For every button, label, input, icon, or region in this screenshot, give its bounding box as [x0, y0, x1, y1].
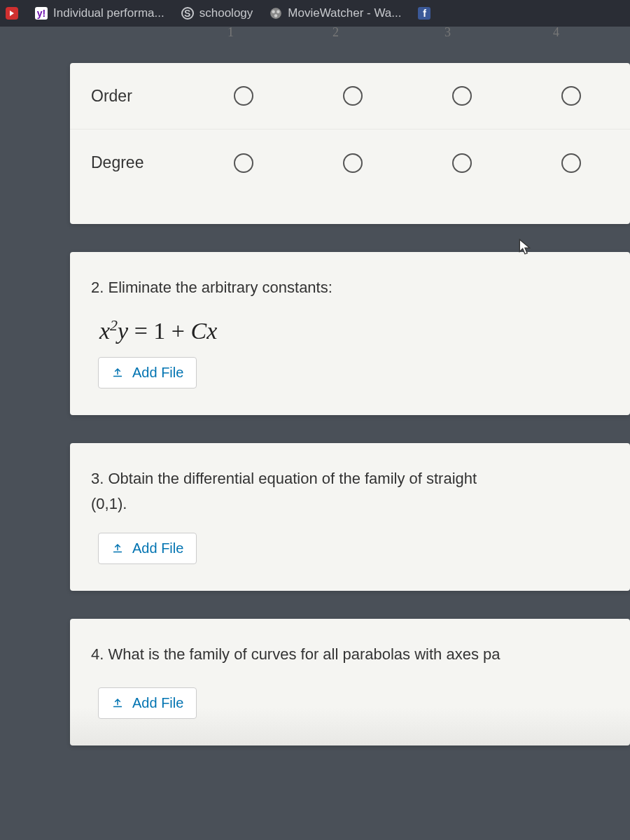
add-file-label: Add File: [132, 365, 183, 381]
tab-label: MovieWatcher - Wa...: [288, 6, 401, 20]
radio-order-3[interactable]: [452, 86, 472, 106]
radio-order-4[interactable]: [561, 86, 581, 106]
add-file-label: Add File: [132, 695, 183, 711]
upload-icon: [111, 697, 124, 710]
add-file-label: Add File: [132, 540, 183, 556]
svg-point-2: [276, 10, 280, 14]
question-2-panel: 2. Eliminate the arbitrary constants: x2…: [70, 252, 630, 415]
row-label-order: Order: [91, 87, 193, 106]
page-content: 1 2 3 4 Order Degree 2. Eliminate the ar…: [0, 27, 630, 840]
upload-icon: [111, 367, 124, 379]
question-2-title: 2. Eliminate the arbitrary constants:: [91, 279, 609, 297]
question-3-title: 3. Obtain the differential equation of t…: [91, 470, 609, 488]
question-4-panel: 4. What is the family of curves for all …: [70, 619, 630, 746]
radio-grid-panel: Order Degree: [70, 63, 630, 224]
add-file-button-q3[interactable]: Add File: [98, 533, 197, 564]
add-file-button-q2[interactable]: Add File: [98, 357, 197, 388]
tab-yahoo[interactable]: y! Individual performa...: [28, 4, 172, 23]
radio-degree-3[interactable]: [452, 153, 472, 173]
movie-icon: [270, 7, 282, 20]
grid-row-order: Order: [70, 63, 630, 130]
col-header-4: 4: [553, 25, 559, 40]
radio-degree-2[interactable]: [343, 153, 363, 173]
tab-moviewatcher[interactable]: MovieWatcher - Wa...: [262, 4, 408, 23]
col-header-1: 1: [227, 25, 234, 40]
radio-degree-4[interactable]: [561, 153, 581, 173]
grid-row-degree: Degree: [70, 130, 630, 196]
tab-facebook[interactable]: f: [411, 4, 438, 22]
tab-schoology[interactable]: S schoology: [174, 4, 260, 23]
tab-label: schoology: [200, 6, 253, 20]
add-file-button-q4[interactable]: Add File: [98, 687, 197, 719]
radio-degree-1[interactable]: [234, 153, 253, 173]
question-3-point: (0,1).: [91, 495, 609, 513]
question-4-title: 4. What is the family of curves for all …: [91, 645, 609, 664]
row-label-degree: Degree: [91, 153, 193, 172]
radio-order-2[interactable]: [343, 86, 363, 106]
tab-label: Individual performa...: [53, 6, 164, 20]
question-2-equation: x2y = 1 + Cx: [91, 316, 609, 344]
question-3-panel: 3. Obtain the differential equation of t…: [70, 443, 630, 591]
upload-icon: [111, 542, 124, 555]
yahoo-icon: y!: [35, 7, 48, 20]
browser-tab-bar: y! Individual performa... S schoology Mo…: [0, 0, 630, 27]
radio-order-1[interactable]: [234, 86, 253, 106]
col-header-2: 2: [332, 25, 339, 40]
facebook-icon: f: [418, 7, 430, 20]
play-icon: [6, 7, 18, 20]
col-header-3: 3: [444, 25, 451, 40]
svg-point-1: [272, 10, 276, 14]
schoology-icon: S: [181, 7, 194, 20]
svg-point-3: [274, 14, 278, 18]
